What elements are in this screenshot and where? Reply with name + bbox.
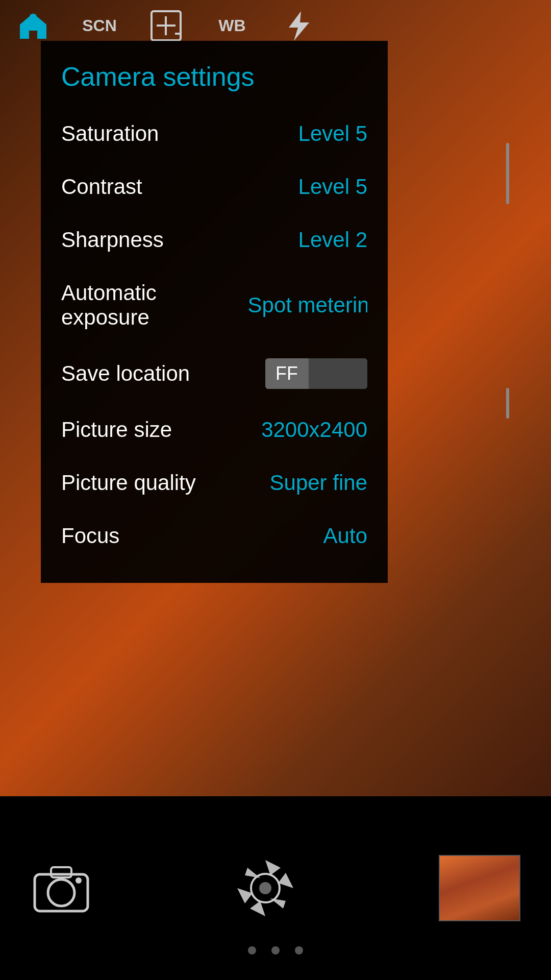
toggle-bar — [309, 358, 367, 389]
settings-title: Camera settings — [41, 56, 388, 107]
contrast-value: Level 5 — [298, 175, 367, 199]
picture-quality-value: Super fine — [270, 471, 367, 495]
thumbnail-image — [440, 856, 519, 920]
picture-quality-label: Picture quality — [61, 471, 196, 495]
saturation-label: Saturation — [61, 121, 159, 146]
auto-exposure-label: Automatic exposure — [61, 281, 248, 330]
svg-rect-0 — [30, 14, 36, 21]
svg-point-8 — [76, 877, 82, 884]
svg-point-10 — [259, 882, 271, 894]
nav-dot-1 — [248, 946, 256, 954]
contrast-item[interactable]: Contrast Level 5 — [41, 160, 388, 213]
auto-exposure-value: Spot meterin — [248, 293, 367, 317]
saturation-value: Level 5 — [298, 121, 367, 146]
nav-dot-2 — [271, 946, 280, 954]
camera-switch-button[interactable] — [31, 857, 92, 919]
scrollbar-hint-1 — [506, 143, 509, 204]
svg-rect-7 — [51, 867, 71, 877]
home-icon[interactable] — [15, 8, 51, 43]
saturation-item[interactable]: Saturation Level 5 — [41, 107, 388, 160]
save-location-toggle[interactable]: FF — [265, 358, 367, 389]
scene-label: SCN — [82, 16, 117, 35]
scene-mode-icon[interactable]: SCN — [82, 8, 117, 43]
auto-exposure-item[interactable]: Automatic exposure Spot meterin — [41, 266, 388, 344]
picture-size-value: 3200x2400 — [261, 418, 367, 442]
sharpness-item[interactable]: Sharpness Level 2 — [41, 213, 388, 266]
picture-quality-item[interactable]: Picture quality Super fine — [41, 456, 388, 509]
focus-label: Focus — [61, 524, 119, 548]
nav-dot-3 — [295, 946, 303, 954]
toggle-ff-label: FF — [265, 358, 309, 389]
save-location-item[interactable]: Save location FF — [41, 344, 388, 403]
wb-label: WB — [218, 16, 245, 35]
save-location-label: Save location — [61, 361, 190, 386]
focus-value: Auto — [323, 524, 367, 548]
exposure-comp-icon[interactable] — [148, 8, 184, 43]
scrollbar-hint-2 — [506, 388, 509, 419]
gallery-thumbnail[interactable] — [439, 855, 520, 921]
picture-size-item[interactable]: Picture size 3200x2400 — [41, 403, 388, 456]
settings-panel: Camera settings Saturation Level 5 Contr… — [41, 41, 388, 583]
svg-point-6 — [48, 879, 74, 906]
focus-item[interactable]: Focus Auto — [41, 509, 388, 562]
flash-icon[interactable] — [281, 8, 316, 43]
sharpness-value: Level 2 — [298, 228, 367, 252]
sharpness-label: Sharpness — [61, 228, 164, 252]
shutter-button[interactable] — [232, 855, 298, 921]
nav-dots — [0, 946, 551, 954]
white-balance-icon[interactable]: WB — [214, 8, 250, 43]
picture-size-label: Picture size — [61, 418, 172, 442]
contrast-label: Contrast — [61, 175, 142, 199]
